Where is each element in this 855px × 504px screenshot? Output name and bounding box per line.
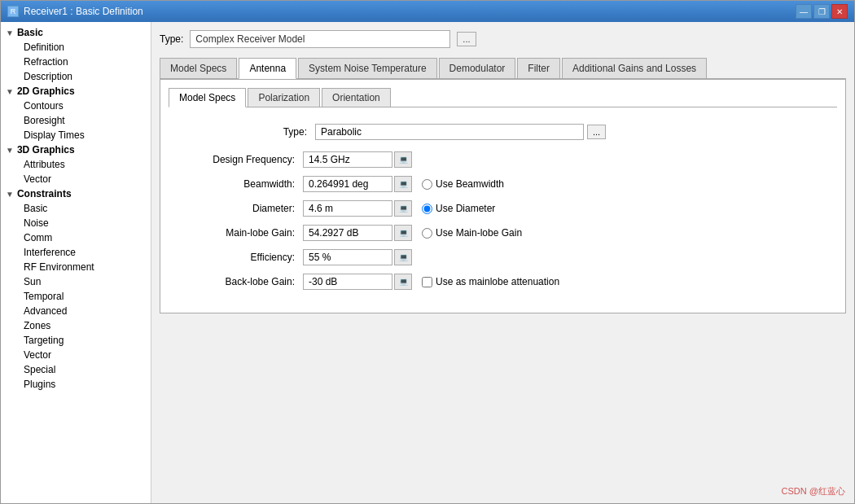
expand-icon: ▼ [6, 87, 14, 96]
sidebar-item-vector[interactable]: Vector [1, 348, 151, 362]
sidebar-item-sun[interactable]: Sun [1, 274, 151, 289]
radio-label-diameter: Use Diameter [436, 203, 495, 214]
expand-icon: ▼ [6, 28, 14, 37]
input-back-lobe-gain[interactable] [303, 274, 392, 290]
tree-group-constraints: ▼ConstraintsBasicNoiseCommInterferenceRF… [1, 186, 151, 392]
label-efficiency: Efficiency: [177, 252, 303, 263]
antenna-type-input[interactable] [315, 124, 584, 140]
type-input[interactable] [190, 30, 450, 48]
antenna-type-row: Type: ... [177, 124, 829, 140]
label-main-lobe-gain: Main-lobe Gain: [177, 227, 303, 239]
sidebar-item-description[interactable]: Description [1, 69, 151, 84]
btn-beamwidth[interactable]: 💻 [394, 176, 412, 192]
sidebar-item-rf-environment[interactable]: RF Environment [1, 260, 151, 274]
group-label: 2D Graphics [17, 85, 75, 97]
inner-tab-orientation[interactable]: Orientation [322, 88, 391, 107]
btn-diameter[interactable]: 💻 [394, 200, 412, 217]
input-diameter[interactable] [303, 200, 392, 217]
radio-beamwidth[interactable] [422, 179, 432, 190]
input-beamwidth[interactable] [303, 176, 392, 192]
tab-model-specs[interactable]: Model Specs [160, 58, 237, 78]
tab-content: Model SpecsPolarizationOrientation Type:… [160, 79, 846, 313]
restore-button[interactable]: ❐ [813, 4, 830, 19]
inner-tab-polarization[interactable]: Polarization [248, 88, 320, 107]
label-back-lobe-gain: Back-lobe Gain: [177, 276, 303, 287]
input-efficiency[interactable] [303, 249, 392, 265]
sidebar-item-comm[interactable]: Comm [1, 230, 151, 245]
sidebar-item-contours[interactable]: Contours [1, 99, 151, 113]
tab-filter[interactable]: Filter [517, 58, 560, 78]
radio-diameter[interactable] [422, 204, 432, 214]
tree-group-basic: ▼BasicDefinitionRefractionDescription [1, 25, 151, 84]
form-row-efficiency: Efficiency:💻 [177, 249, 829, 265]
type-browse-button[interactable]: ... [457, 32, 476, 46]
sidebar-item-basic[interactable]: Basic [1, 201, 151, 216]
input-main-lobe-gain[interactable] [303, 225, 392, 241]
antenna-type-browse[interactable]: ... [587, 125, 606, 139]
tab-system-noise-temp[interactable]: System Noise Temperature [298, 58, 437, 78]
sidebar: ▼BasicDefinitionRefractionDescription▼2D… [1, 22, 151, 503]
sidebar-item-display-times[interactable]: Display Times [1, 128, 151, 142]
expand-icon: ▼ [6, 190, 14, 199]
checkbox-back-lobe-gain[interactable] [422, 277, 432, 287]
sidebar-item-special[interactable]: Special [1, 362, 151, 377]
input-design-frequency[interactable] [303, 151, 392, 168]
btn-main-lobe-gain[interactable]: 💻 [394, 225, 412, 241]
tree-group-header-2d-graphics[interactable]: ▼2D Graphics [1, 84, 151, 99]
sidebar-item-attributes[interactable]: Attributes [1, 157, 151, 172]
antenna-form: Type: ... Design Frequency:💻Beamwidth:💻U… [169, 117, 837, 305]
radio-main-lobe-gain[interactable] [422, 228, 432, 239]
sidebar-item-definition[interactable]: Definition [1, 40, 151, 55]
form-row-beamwidth: Beamwidth:💻Use Beamwidth [177, 176, 829, 192]
antenna-type-label: Type: [185, 126, 315, 138]
sidebar-item-interference[interactable]: Interference [1, 245, 151, 260]
group-label: 3D Graphics [17, 144, 75, 156]
tree-group-header-basic[interactable]: ▼Basic [1, 25, 151, 40]
tab-demodulator[interactable]: Demodulator [439, 58, 516, 78]
inner-tab-model-specs[interactable]: Model Specs [169, 88, 246, 107]
antenna-fields: Design Frequency:💻Beamwidth:💻Use Beamwid… [177, 151, 829, 290]
watermark: CSDN @红蓝心 [782, 485, 845, 497]
form-row-main-lobe-gain: Main-lobe Gain:💻Use Main-lobe Gain [177, 225, 829, 241]
minimize-button[interactable]: — [796, 4, 812, 19]
sidebar-item-plugins[interactable]: Plugins [1, 377, 151, 392]
group-label: Basic [17, 27, 43, 38]
tab-additional-gains[interactable]: Additional Gains and Losses [562, 58, 707, 78]
sidebar-item-targeting[interactable]: Targeting [1, 333, 151, 348]
form-row-diameter: Diameter:💻Use Diameter [177, 200, 829, 217]
btn-design-frequency[interactable]: 💻 [394, 151, 412, 168]
sidebar-item-advanced[interactable]: Advanced [1, 304, 151, 318]
title-bar-left: R Receiver1 : Basic Definition [7, 6, 143, 17]
window-icon: R [7, 6, 19, 17]
tab-antenna[interactable]: Antenna [239, 58, 296, 79]
main-window: R Receiver1 : Basic Definition — ❐ ✕ ▼Ba… [0, 0, 855, 504]
label-design-frequency: Design Frequency: [177, 154, 303, 165]
checkbox-label-back-lobe-gain: Use as mainlobe attenuation [436, 276, 559, 287]
label-diameter: Diameter: [177, 203, 303, 214]
tree-group-header-3d-graphics[interactable]: ▼3D Graphics [1, 142, 151, 157]
radio-label-main-lobe-gain: Use Main-lobe Gain [436, 227, 522, 239]
sidebar-item-refraction[interactable]: Refraction [1, 55, 151, 69]
inner-tab-bar: Model SpecsPolarizationOrientation [169, 88, 837, 107]
close-button[interactable]: ✕ [831, 4, 848, 19]
tree-group-2d-graphics: ▼2D GraphicsContoursBoresightDisplay Tim… [1, 84, 151, 142]
type-label: Type: [160, 33, 183, 45]
tree-group-header-constraints[interactable]: ▼Constraints [1, 186, 151, 201]
radio-group-beamwidth: Use Beamwidth [422, 178, 504, 190]
tree-group-3d-graphics: ▼3D GraphicsAttributesVector [1, 142, 151, 186]
form-row-back-lobe-gain: Back-lobe Gain:💻Use as mainlobe attenuat… [177, 274, 829, 290]
content-area: ▼BasicDefinitionRefractionDescription▼2D… [1, 22, 854, 503]
main-area: Type: ... Model SpecsAntennaSystem Noise… [151, 22, 854, 503]
sidebar-item-noise[interactable]: Noise [1, 216, 151, 230]
radio-label-beamwidth: Use Beamwidth [436, 178, 504, 190]
btn-efficiency[interactable]: 💻 [394, 249, 412, 265]
label-beamwidth: Beamwidth: [177, 178, 303, 190]
sidebar-item-temporal[interactable]: Temporal [1, 289, 151, 304]
expand-icon: ▼ [6, 146, 14, 155]
outer-tab-bar: Model SpecsAntennaSystem Noise Temperatu… [160, 56, 846, 79]
sidebar-item-boresight[interactable]: Boresight [1, 113, 151, 128]
sidebar-item-vector[interactable]: Vector [1, 172, 151, 186]
radio-group-diameter: Use Diameter [422, 203, 495, 214]
sidebar-item-zones[interactable]: Zones [1, 318, 151, 333]
btn-back-lobe-gain[interactable]: 💻 [394, 274, 412, 290]
